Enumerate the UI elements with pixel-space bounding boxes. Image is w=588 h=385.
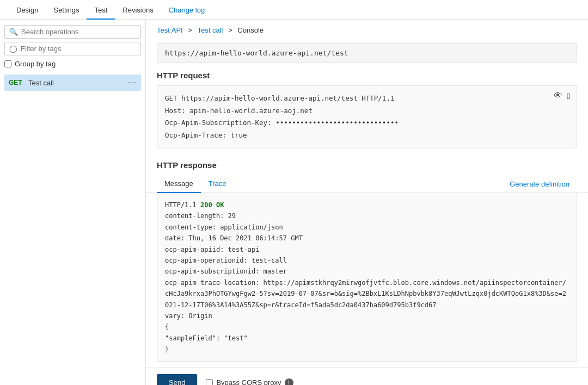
response-line-11: "sampleField": "test" (165, 333, 569, 344)
nav-changelog[interactable]: Change log (161, 2, 213, 20)
http-request-title: HTTP request (146, 71, 588, 85)
response-body: HTTP/1.1 200 OK content-length: 29 conte… (157, 193, 577, 362)
response-tab-bar: Message Trace Generate definition (146, 175, 588, 193)
group-by-checkbox-input[interactable] (4, 60, 11, 67)
info-icon[interactable]: i (285, 378, 293, 385)
send-bar: Send Bypass CORS proxy i (146, 367, 588, 385)
tab-trace[interactable]: Trace (201, 175, 234, 193)
nav-settings[interactable]: Settings (46, 2, 87, 20)
filter-icon: ◯ (9, 45, 17, 53)
nav-design[interactable]: Design (9, 2, 46, 20)
response-line-12: } (165, 344, 569, 355)
nav-test[interactable]: Test (87, 2, 115, 20)
response-line-4: date: Thu, 16 Dec 2021 06:14:57 GMT (165, 233, 569, 244)
http-version: HTTP/1.1 (165, 201, 200, 209)
filter-input[interactable] (21, 45, 136, 53)
bypass-cors-label[interactable]: Bypass CORS proxy i (206, 378, 293, 385)
breadcrumb-console: Console (237, 26, 264, 34)
http-response-title: HTTP response (146, 156, 588, 175)
http-request-box: 👁 ▯ GET https://apim-hello-world.azure-a… (157, 85, 577, 148)
response-line-8: ocp-apim-trace-location: https://apimstk… (165, 277, 569, 311)
breadcrumb-test-call[interactable]: Test call (198, 26, 223, 34)
url-bar: https://apim-hello-world.azure-api.net/t… (157, 43, 577, 63)
operation-name: Test call (28, 79, 128, 87)
breadcrumb-test-api[interactable]: Test API (157, 26, 183, 34)
copy-icon[interactable]: ▯ (566, 90, 571, 101)
main-content: Test API > Test call > Console https://a… (146, 20, 588, 385)
response-line-10: { (165, 321, 569, 332)
response-line-6: ocp-apim-operationid: test-call (165, 255, 569, 266)
send-button[interactable]: Send (157, 374, 197, 385)
response-line-5: ocp-apim-apiid: test-api (165, 244, 569, 255)
nav-revisions[interactable]: Revisions (115, 2, 161, 20)
operation-item[interactable]: GET Test call ··· (4, 74, 141, 91)
breadcrumb-sep-1: > (188, 26, 194, 34)
response-line-3: content-type: application/json (165, 222, 569, 233)
http-request-icons: 👁 ▯ (554, 90, 571, 101)
response-line-7: ocp-apim-subscriptionid: master (165, 266, 569, 277)
group-by-tag-checkbox[interactable]: Group by tag (4, 60, 141, 68)
bypass-cors-text: Bypass CORS proxy (216, 378, 281, 385)
response-line-1: HTTP/1.1 200 OK (165, 200, 569, 210)
group-by-label: Group by tag (15, 60, 56, 68)
status-code: 200 OK (200, 201, 224, 209)
method-badge: GET (9, 79, 24, 86)
http-request-line-2: Host: apim-hello-world.azure-aoj.net (165, 105, 569, 117)
bypass-cors-checkbox[interactable] (206, 379, 213, 385)
sidebar: 🔍 ◯ Group by tag GET Test call ··· (0, 20, 146, 385)
eye-icon[interactable]: 👁 (554, 90, 562, 101)
top-nav: Design Settings Test Revisions Change lo… (0, 0, 588, 20)
search-input[interactable] (21, 28, 136, 36)
operation-menu-icon[interactable]: ··· (128, 78, 137, 88)
response-line-9: vary: Origin (165, 311, 569, 321)
http-request-line-4: Ocp-Apim-Trace: true (165, 129, 569, 142)
filter-by-tags-field[interactable]: ◯ (4, 42, 141, 55)
breadcrumb-sep-2: > (228, 26, 234, 34)
response-line-2: content-length: 29 (165, 210, 569, 221)
tab-message[interactable]: Message (157, 175, 201, 193)
http-request-line-1: GET https://apim-hello-world.azure-api.n… (165, 92, 569, 105)
breadcrumb: Test API > Test call > Console (146, 20, 588, 39)
generate-definition-button[interactable]: Generate definition (502, 176, 577, 192)
http-request-line-3: Ocp-Apim-Subscription-Key: •••••••••••••… (165, 117, 569, 129)
search-operations-field[interactable]: 🔍 (4, 25, 141, 39)
search-icon: 🔍 (9, 28, 18, 36)
main-layout: 🔍 ◯ Group by tag GET Test call ··· Test … (0, 20, 588, 385)
